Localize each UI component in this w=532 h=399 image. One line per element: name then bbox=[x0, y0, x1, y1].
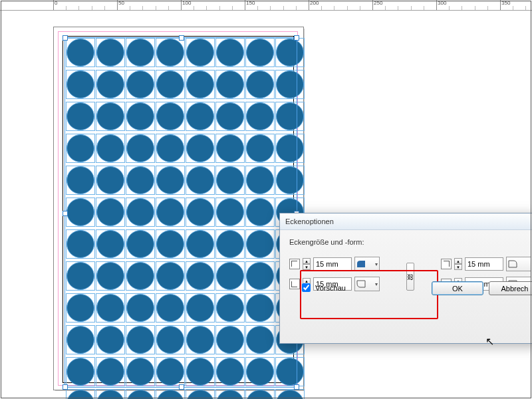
rounded-shape[interactable] bbox=[246, 70, 274, 98]
corner-tr-value[interactable] bbox=[465, 257, 503, 271]
spin-up-icon[interactable]: ▲ bbox=[303, 258, 311, 264]
rounded-shape[interactable] bbox=[246, 39, 274, 66]
rounded-shape[interactable] bbox=[156, 358, 184, 386]
rounded-shape[interactable] bbox=[156, 198, 184, 226]
rounded-shape[interactable] bbox=[96, 70, 124, 98]
rounded-shape[interactable] bbox=[186, 198, 214, 226]
rounded-shape[interactable] bbox=[126, 166, 154, 194]
rounded-shape[interactable] bbox=[246, 166, 274, 194]
spin-up-icon[interactable]: ▲ bbox=[454, 258, 462, 264]
cancel-button[interactable]: Abbrech bbox=[489, 281, 532, 295]
link-corners-toggle[interactable]: ⛓ bbox=[406, 263, 414, 291]
rounded-shape[interactable] bbox=[66, 326, 94, 354]
rounded-shape[interactable] bbox=[66, 134, 94, 162]
rounded-shape[interactable] bbox=[186, 134, 214, 162]
rounded-shape[interactable] bbox=[66, 198, 94, 226]
rounded-shape[interactable] bbox=[186, 358, 214, 386]
rounded-shape[interactable] bbox=[96, 294, 124, 322]
rounded-shape[interactable] bbox=[186, 262, 214, 290]
rounded-shape[interactable] bbox=[156, 39, 184, 66]
rounded-shape[interactable] bbox=[156, 166, 184, 194]
rounded-shape[interactable] bbox=[246, 390, 274, 399]
rounded-shape[interactable] bbox=[186, 326, 214, 354]
rounded-shape[interactable] bbox=[126, 102, 154, 130]
corner-bl-shape-dropdown[interactable]: ▾ bbox=[354, 277, 380, 291]
rounded-shape[interactable] bbox=[186, 70, 214, 98]
rounded-shape[interactable] bbox=[156, 230, 184, 258]
corner-tl-shape-dropdown[interactable]: ▾ bbox=[354, 257, 380, 271]
rounded-shape[interactable] bbox=[96, 326, 124, 354]
rounded-shape[interactable] bbox=[216, 326, 244, 354]
corner-tl-value[interactable] bbox=[313, 257, 352, 271]
rounded-shape[interactable] bbox=[66, 390, 94, 399]
rounded-shape[interactable] bbox=[216, 166, 244, 194]
rounded-shape[interactable] bbox=[96, 134, 124, 162]
rounded-shape[interactable] bbox=[126, 198, 154, 226]
rounded-shape[interactable] bbox=[216, 262, 244, 290]
rounded-shape[interactable] bbox=[66, 358, 94, 386]
rounded-shape[interactable] bbox=[156, 102, 184, 130]
rounded-shape[interactable] bbox=[246, 198, 274, 226]
rounded-shape[interactable] bbox=[66, 294, 94, 322]
rounded-shape[interactable] bbox=[96, 166, 124, 194]
rounded-shape[interactable] bbox=[66, 166, 94, 194]
rounded-shape[interactable] bbox=[126, 262, 154, 290]
rounded-shape[interactable] bbox=[276, 166, 304, 194]
rounded-shape[interactable] bbox=[156, 70, 184, 98]
rounded-shape[interactable] bbox=[126, 294, 154, 322]
rounded-shape[interactable] bbox=[246, 294, 274, 322]
rounded-shape[interactable] bbox=[96, 390, 124, 399]
rounded-shape[interactable] bbox=[246, 358, 274, 386]
rounded-shape[interactable] bbox=[276, 390, 304, 399]
rounded-shape[interactable] bbox=[216, 358, 244, 386]
rounded-shape[interactable] bbox=[126, 134, 154, 162]
rounded-shape[interactable] bbox=[126, 358, 154, 386]
rounded-shape[interactable] bbox=[246, 326, 274, 354]
rounded-shape[interactable] bbox=[96, 358, 124, 386]
rounded-shape[interactable] bbox=[126, 390, 154, 399]
rounded-shape[interactable] bbox=[126, 326, 154, 354]
rounded-shape[interactable] bbox=[186, 390, 214, 399]
rounded-shape[interactable] bbox=[156, 390, 184, 399]
rounded-shape[interactable] bbox=[276, 39, 304, 66]
rounded-shape[interactable] bbox=[276, 102, 304, 130]
rounded-shape[interactable] bbox=[96, 39, 124, 66]
rounded-shape[interactable] bbox=[66, 230, 94, 258]
rounded-shape[interactable] bbox=[186, 102, 214, 130]
rounded-shape[interactable] bbox=[216, 230, 244, 258]
rounded-shape[interactable] bbox=[186, 294, 214, 322]
rounded-shape[interactable] bbox=[96, 102, 124, 130]
corner-tr-spinner[interactable]: ▲ ▼ bbox=[454, 258, 462, 270]
rounded-shape[interactable] bbox=[66, 70, 94, 98]
rounded-shape[interactable] bbox=[126, 70, 154, 98]
rounded-shape[interactable] bbox=[96, 198, 124, 226]
spin-down-icon[interactable]: ▼ bbox=[454, 264, 462, 270]
rounded-shape[interactable] bbox=[216, 294, 244, 322]
corner-tl-spinner[interactable]: ▲ ▼ bbox=[303, 258, 311, 270]
rounded-shape[interactable] bbox=[246, 134, 274, 162]
rounded-shape[interactable] bbox=[216, 39, 244, 66]
rounded-shape[interactable] bbox=[276, 358, 304, 386]
rounded-shape[interactable] bbox=[216, 198, 244, 226]
rounded-shape[interactable] bbox=[216, 70, 244, 98]
rounded-shape[interactable] bbox=[66, 102, 94, 130]
shape-grid[interactable] bbox=[66, 39, 293, 399]
rounded-shape[interactable] bbox=[96, 262, 124, 290]
rounded-shape[interactable] bbox=[276, 134, 304, 162]
rounded-shape[interactable] bbox=[246, 102, 274, 130]
rounded-shape[interactable] bbox=[156, 294, 184, 322]
rounded-shape[interactable] bbox=[126, 39, 154, 66]
rounded-shape[interactable] bbox=[126, 230, 154, 258]
preview-checkbox-input[interactable] bbox=[302, 283, 311, 292]
rounded-shape[interactable] bbox=[156, 262, 184, 290]
rounded-shape[interactable] bbox=[276, 70, 304, 98]
rounded-shape[interactable] bbox=[96, 230, 124, 258]
rounded-shape[interactable] bbox=[186, 166, 214, 194]
dialog-title[interactable]: Eckenoptionen bbox=[280, 213, 532, 230]
rounded-shape[interactable] bbox=[216, 390, 244, 399]
rounded-shape[interactable] bbox=[246, 262, 274, 290]
preview-checkbox[interactable]: Vorschau bbox=[299, 281, 346, 294]
rounded-shape[interactable] bbox=[66, 39, 94, 66]
ok-button[interactable]: OK bbox=[432, 281, 483, 295]
rounded-shape[interactable] bbox=[216, 134, 244, 162]
